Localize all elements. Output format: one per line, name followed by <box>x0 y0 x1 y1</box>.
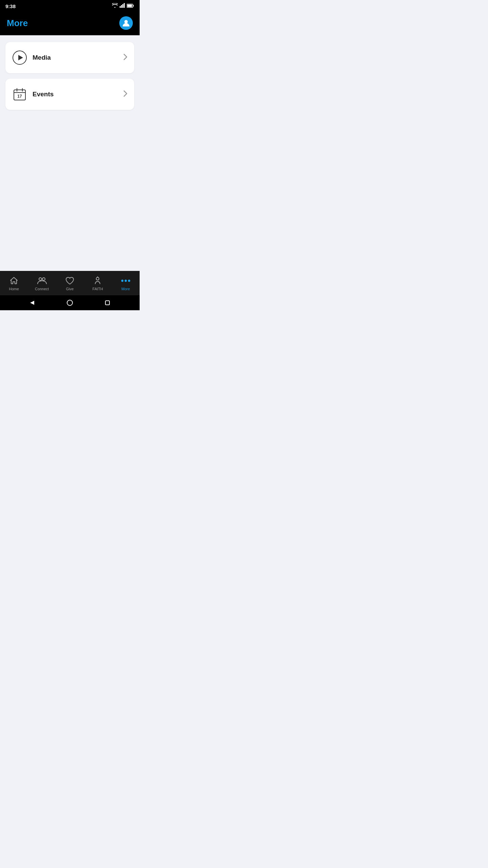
media-menu-item[interactable]: Media <box>5 42 134 73</box>
header: More <box>0 12 140 35</box>
main-content: Media 17 Events <box>0 35 140 271</box>
back-button[interactable] <box>28 299 36 307</box>
profile-avatar-button[interactable] <box>119 16 133 30</box>
events-label: Events <box>33 91 54 98</box>
nav-item-give[interactable]: Give <box>56 276 84 291</box>
home-button[interactable] <box>66 299 74 307</box>
connect-icon <box>37 276 47 285</box>
svg-rect-2 <box>122 4 123 8</box>
calendar-icon: 17 <box>12 87 27 102</box>
svg-rect-6 <box>127 5 132 7</box>
svg-rect-5 <box>133 5 134 7</box>
heart-icon <box>65 276 75 285</box>
recents-button[interactable] <box>103 299 111 307</box>
svg-rect-25 <box>105 301 109 305</box>
nav-item-more[interactable]: More <box>112 276 140 291</box>
play-circle-icon <box>12 50 27 65</box>
svg-marker-23 <box>30 301 34 305</box>
signal-icon <box>120 3 125 9</box>
nav-more-label: More <box>121 287 130 291</box>
svg-rect-3 <box>124 3 125 8</box>
svg-point-16 <box>39 278 42 280</box>
bottom-nav: Home Connect Give <box>0 271 140 295</box>
svg-point-24 <box>67 300 73 305</box>
status-bar: 9:38 <box>0 0 140 12</box>
nav-home-label: Home <box>9 287 19 291</box>
nav-item-connect[interactable]: Connect <box>28 276 56 291</box>
nav-item-faith[interactable]: FAITH <box>84 276 111 291</box>
svg-point-20 <box>121 280 123 282</box>
svg-point-21 <box>125 280 127 282</box>
wifi-icon <box>112 3 118 9</box>
svg-rect-1 <box>121 5 122 8</box>
nav-connect-label: Connect <box>35 287 49 291</box>
nav-item-home[interactable]: Home <box>0 276 28 291</box>
more-dots-icon <box>121 276 130 285</box>
events-chevron-icon <box>123 90 127 98</box>
events-menu-item[interactable]: 17 Events <box>5 79 134 110</box>
media-label: Media <box>33 54 51 61</box>
android-nav-bar <box>0 295 140 310</box>
status-time: 9:38 <box>5 3 16 9</box>
page-title: More <box>7 18 28 28</box>
svg-text:17: 17 <box>17 94 22 99</box>
svg-marker-10 <box>18 55 23 60</box>
svg-point-8 <box>124 20 128 23</box>
battery-icon <box>127 3 134 9</box>
faith-icon <box>93 276 102 285</box>
media-chevron-icon <box>123 54 127 62</box>
svg-point-17 <box>42 278 45 280</box>
nav-faith-label: FAITH <box>93 287 103 291</box>
home-icon <box>9 276 19 285</box>
media-menu-item-left: Media <box>12 50 51 65</box>
status-icons <box>112 3 134 9</box>
events-menu-item-left: 17 Events <box>12 87 54 102</box>
svg-point-22 <box>128 280 130 282</box>
svg-rect-0 <box>120 6 121 8</box>
nav-give-label: Give <box>66 287 74 291</box>
